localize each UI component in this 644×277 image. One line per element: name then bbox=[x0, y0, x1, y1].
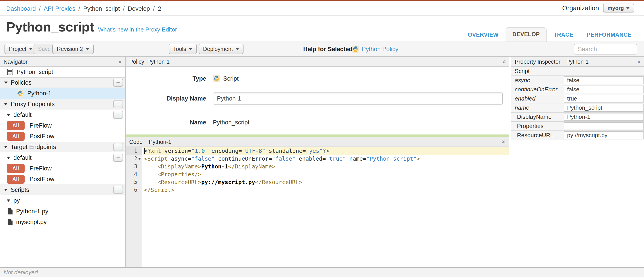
code-token: xml bbox=[151, 148, 161, 154]
code-line-6[interactable]: </Script> bbox=[143, 186, 509, 194]
property-value-displayname[interactable]: Python-1 bbox=[564, 113, 644, 121]
title-row: Python_script What's new in the Proxy Ed… bbox=[6, 19, 177, 35]
breadcrumb-api-proxies[interactable]: API Proxies bbox=[44, 5, 75, 12]
caret-down-icon bbox=[7, 200, 10, 202]
add-button-default[interactable]: + bbox=[113, 111, 123, 119]
property-value-resourceurl[interactable]: py://myscript.py bbox=[564, 131, 644, 139]
add-button-target-endpoints[interactable]: + bbox=[113, 143, 123, 151]
header-divider bbox=[634, 59, 634, 64]
nav-label: Python-1 bbox=[27, 90, 52, 97]
property-label-enabled: enabled bbox=[511, 94, 564, 103]
breadcrumb-separator: / bbox=[123, 5, 125, 12]
breadcrumb-dashboard[interactable]: Dashboard bbox=[6, 5, 36, 12]
property-label-properties: Properties bbox=[511, 122, 564, 130]
chevron-down-icon bbox=[29, 48, 33, 50]
nav-item-python-script[interactable]: Python_script bbox=[0, 67, 125, 77]
code-line-2[interactable]: <Script async="false" continueOnError="f… bbox=[143, 155, 509, 163]
python-policy-help-link[interactable]: Python Policy bbox=[362, 42, 398, 56]
tab-performance[interactable]: PERFORMANCE bbox=[580, 28, 638, 42]
code-token: "yes" bbox=[306, 148, 323, 154]
code-splitter-handle[interactable] bbox=[126, 134, 509, 137]
code-token: <? bbox=[144, 148, 151, 154]
property-value-continueonerror[interactable]: false bbox=[564, 86, 644, 93]
nav-label: default bbox=[14, 154, 32, 161]
whats-new-link[interactable]: What's new in the Proxy Editor bbox=[98, 26, 177, 33]
display-name-input[interactable] bbox=[213, 92, 503, 105]
chevron-down-icon bbox=[86, 48, 89, 50]
property-value-properties[interactable] bbox=[564, 122, 644, 130]
tab-trace[interactable]: TRACE bbox=[548, 28, 580, 42]
property-row-name: namePython_script bbox=[511, 103, 644, 113]
search-input[interactable] bbox=[574, 44, 637, 54]
nav-item-python-1[interactable]: Python-1 bbox=[0, 88, 125, 99]
nav-flow-postflow[interactable]: AllPostFlow bbox=[0, 131, 125, 142]
nav-subsection-default[interactable]: default+ bbox=[0, 152, 125, 163]
code-token: </ResourceURL> bbox=[255, 179, 302, 185]
breadcrumb-develop: Develop bbox=[128, 5, 150, 12]
toolbar: Project Save Revision 2 Tools Deployment… bbox=[0, 41, 644, 57]
nav-section-target-endpoints[interactable]: Target Endpoints+ bbox=[0, 142, 125, 152]
code-line-1[interactable]: <?xml version="1.0" encoding="UTF-8" sta… bbox=[143, 147, 509, 155]
add-button-policies[interactable]: + bbox=[113, 79, 123, 87]
nav-subsection-default[interactable]: default+ bbox=[0, 109, 125, 120]
property-row-displayname: DisplayNamePython-1 bbox=[511, 113, 644, 122]
line-number: 3 bbox=[134, 163, 137, 170]
code-token: encoding= bbox=[208, 148, 242, 154]
code-editor[interactable]: 123456 <?xml version="1.0" encoding="UTF… bbox=[126, 147, 509, 267]
code-line-4[interactable]: <Properties/> bbox=[143, 170, 509, 178]
header-divider bbox=[115, 59, 116, 64]
revision-button[interactable]: Revision 2 bbox=[52, 44, 94, 54]
code-token: "UTF-8" bbox=[242, 148, 266, 154]
tab-develop[interactable]: DEVELOP bbox=[506, 27, 546, 43]
python-icon bbox=[16, 90, 24, 97]
deployment-button[interactable]: Deployment bbox=[198, 44, 244, 54]
project-button[interactable]: Project bbox=[4, 44, 37, 54]
property-row-enabled: enabledtrue bbox=[511, 94, 644, 103]
nav-flow-preflow[interactable]: AllPreFlow bbox=[0, 120, 125, 131]
add-button-proxy-endpoints[interactable]: + bbox=[113, 100, 123, 108]
property-value-enabled[interactable]: true bbox=[564, 95, 644, 103]
nav-file-myscript-py[interactable]: myscript.py bbox=[0, 217, 125, 227]
line-number: 1 bbox=[134, 147, 137, 155]
property-inspector-policy-name: Python-1 bbox=[566, 58, 588, 65]
add-button-default[interactable]: + bbox=[113, 154, 123, 162]
organization-dropdown[interactable]: myorg bbox=[603, 3, 634, 12]
vertical-splitter-handle[interactable] bbox=[509, 57, 511, 267]
code-token: async= bbox=[168, 155, 191, 162]
nav-section-proxy-endpoints[interactable]: Proxy Endpoints+ bbox=[0, 99, 125, 109]
collapse-up-icon[interactable]: » bbox=[501, 60, 507, 63]
property-row-async: asyncfalse bbox=[511, 76, 644, 85]
flow-condition-badge: All bbox=[7, 175, 24, 184]
code-token: py://myscript.py bbox=[201, 179, 255, 185]
tools-button-label: Tools bbox=[173, 46, 186, 52]
property-value-name[interactable]: Python_script bbox=[564, 104, 644, 112]
expand-panel-icon[interactable]: » bbox=[637, 59, 640, 64]
caret-down-icon bbox=[4, 146, 8, 148]
nav-flow-postflow[interactable]: AllPostFlow bbox=[0, 174, 125, 185]
fold-arrow-icon[interactable] bbox=[138, 158, 141, 160]
collapse-down-icon[interactable]: » bbox=[501, 140, 507, 143]
collapse-panel-icon[interactable]: « bbox=[118, 59, 122, 64]
nav-file-python-1-py[interactable]: Python-1.py bbox=[0, 206, 125, 217]
nav-section-policies[interactable]: Policies+ bbox=[0, 77, 125, 88]
name-label: Name bbox=[126, 119, 206, 126]
code-line-3[interactable]: <DisplayName>Python-1</DisplayName> bbox=[143, 163, 509, 170]
line-number: 6 bbox=[134, 186, 137, 194]
property-inspector-header: Property Inspector Python-1 » bbox=[511, 57, 644, 67]
type-label: Type bbox=[126, 75, 206, 82]
nav-flow-preflow[interactable]: AllPreFlow bbox=[0, 163, 125, 174]
save-button[interactable]: Save bbox=[34, 44, 55, 54]
tab-overview[interactable]: OVERVIEW bbox=[462, 28, 505, 42]
tools-button[interactable]: Tools bbox=[168, 44, 197, 54]
nav-section-scripts[interactable]: Scripts+ bbox=[0, 185, 125, 195]
tab-bar: OVERVIEWDEVELOPTRACEPERFORMANCE bbox=[461, 27, 638, 42]
line-number: 4 bbox=[134, 170, 137, 178]
code-token: <Script bbox=[144, 155, 168, 162]
code-line-5[interactable]: <ResourceURL>py://myscript.py</ResourceU… bbox=[143, 178, 509, 186]
breadcrumb-separator: / bbox=[78, 5, 80, 12]
property-value-async[interactable]: false bbox=[564, 76, 644, 84]
nav-label: py bbox=[14, 197, 20, 204]
nav-subsection-py[interactable]: py bbox=[0, 195, 125, 206]
add-button-scripts[interactable]: + bbox=[113, 186, 123, 194]
gutter-line-4: 4 bbox=[126, 170, 142, 178]
